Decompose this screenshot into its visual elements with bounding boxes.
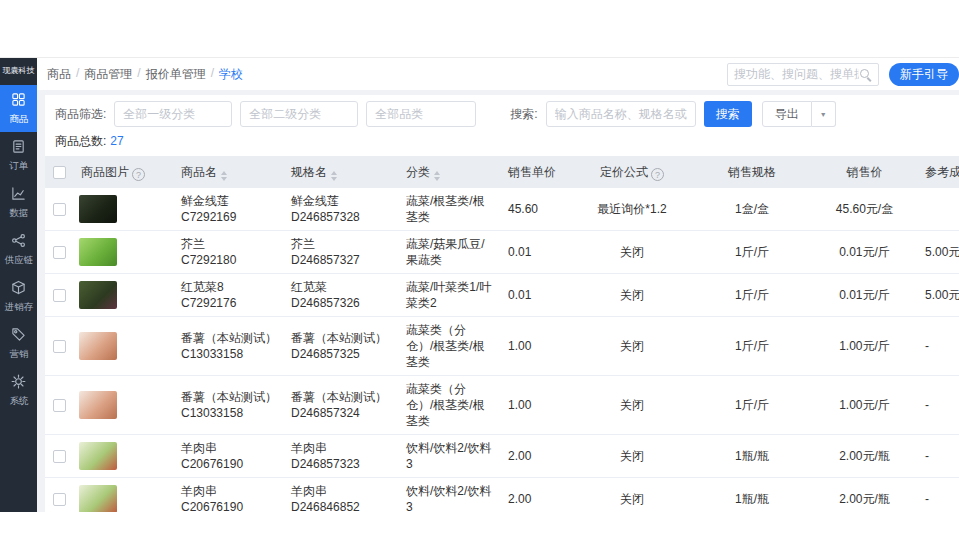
spec-code: D246857325 [291, 346, 390, 362]
sidebar-item-supply-chain[interactable]: 供应链 [0, 226, 37, 273]
ref-cost-cell: - [917, 478, 959, 513]
row-checkbox[interactable] [53, 493, 66, 506]
category-cell: 蔬菜类（分仓）/根茎类/根茎类 [398, 376, 500, 435]
spec-name-cell: 红苋菜 D246857326 [283, 274, 398, 317]
row-checkbox[interactable] [53, 246, 66, 259]
search-icon[interactable] [859, 68, 872, 81]
row-checkbox[interactable] [53, 289, 66, 302]
product-name-cell: 芥兰 C7292180 [173, 231, 283, 274]
spec-name: 鲜金线莲 [291, 193, 390, 209]
global-search-input[interactable] [734, 67, 859, 81]
sidebar: 现囊科技 商品 订单 数据 供应链 进销存 营销 系统 [0, 58, 37, 512]
sidebar-item-label: 系统 [9, 394, 28, 407]
sidebar-item-products[interactable]: 商品 [0, 85, 37, 132]
col-header-label: 规格名 [291, 165, 327, 179]
product-photo[interactable] [79, 238, 117, 266]
pricing-formula-cell: 关闭 [572, 478, 692, 513]
app-window: 现囊科技 商品 订单 数据 供应链 进销存 营销 系统 [0, 57, 959, 512]
export-dropdown-button[interactable]: ▼ [812, 101, 836, 127]
sidebar-item-label: 营销 [9, 347, 28, 360]
product-name: 羊肉串 [181, 483, 275, 499]
sale-spec-cell: 1斤/斤 [692, 317, 812, 376]
category-level3-select[interactable]: 全部品类 [366, 101, 476, 127]
sidebar-item-orders[interactable]: 订单 [0, 132, 37, 179]
sidebar-item-label: 商品 [9, 112, 28, 125]
col-header-category[interactable]: 分类 [398, 156, 500, 188]
total-label: 商品总数: [55, 134, 106, 148]
filter-row: 商品筛选: 全部一级分类 全部二级分类 全部品类 搜索: 搜索 导出 ▼ [45, 95, 959, 133]
spec-code: D246857327 [291, 252, 390, 268]
row-checkbox[interactable] [53, 450, 66, 463]
newbie-guide-button[interactable]: 新手引导 [889, 63, 959, 86]
breadcrumb-item-products[interactable]: 商品 [47, 66, 71, 83]
product-name-cell: 羊肉串 C20676190 [173, 435, 283, 478]
spec-name: 番薯（本站测试） [291, 389, 390, 405]
help-icon[interactable]: ? [651, 168, 664, 181]
sale-price-cell: 1.00元/斤 [812, 317, 917, 376]
sidebar-item-system[interactable]: 系统 [0, 367, 37, 414]
col-header-sale-price: 销售价 [812, 156, 917, 188]
spec-name-cell: 羊肉串 D246857323 [283, 435, 398, 478]
product-name: 芥兰 [181, 236, 275, 252]
topbar-right: 新手引导 [727, 63, 959, 86]
category-level2-select[interactable]: 全部二级分类 [240, 101, 358, 127]
pricing-formula-cell: 最近询价*1.2 [572, 188, 692, 231]
select-all-cell[interactable] [45, 156, 73, 188]
sale-spec-cell: 1斤/斤 [692, 231, 812, 274]
product-photo[interactable] [79, 485, 117, 512]
product-photo[interactable] [79, 391, 117, 419]
spec-code: D246857324 [291, 405, 390, 421]
row-checkbox[interactable] [53, 340, 66, 353]
breadcrumb-item-current[interactable]: 学校 [219, 66, 243, 83]
row-checkbox[interactable] [53, 203, 66, 216]
global-search-box[interactable] [727, 63, 879, 86]
col-header-ref-cost: 参考成 [917, 156, 959, 188]
row-checkbox[interactable] [53, 399, 66, 412]
sidebar-item-marketing[interactable]: 营销 [0, 320, 37, 367]
sort-icon[interactable] [221, 171, 227, 181]
export-button[interactable]: 导出 [762, 101, 812, 127]
col-header-spec-name[interactable]: 规格名 [283, 156, 398, 188]
help-icon[interactable]: ? [132, 168, 145, 181]
category-level1-select[interactable]: 全部一级分类 [114, 101, 232, 127]
product-photo[interactable] [79, 281, 117, 309]
content-card: 商品筛选: 全部一级分类 全部二级分类 全部品类 搜索: 搜索 导出 ▼ 商品总… [45, 95, 959, 512]
product-photo[interactable] [79, 442, 117, 470]
product-code: C7292169 [181, 209, 275, 225]
table-row: 鲜金线莲 C7292169 鲜金线莲 D246857328 蔬菜/根茎类/根茎类… [45, 188, 959, 231]
table-body: 鲜金线莲 C7292169 鲜金线莲 D246857328 蔬菜/根茎类/根茎类… [45, 188, 959, 512]
spec-name-cell: 番薯（本站测试） D246857325 [283, 317, 398, 376]
product-search-input[interactable] [546, 101, 696, 127]
unit-price-cell: 0.01 [500, 274, 572, 317]
breadcrumb-separator: / [76, 66, 79, 83]
search-label: 搜索: [510, 106, 537, 123]
app-logo: 现囊科技 [0, 58, 37, 85]
spec-name-cell: 羊肉串 D246846852 [283, 478, 398, 513]
breadcrumb-item-quotation-management[interactable]: 报价单管理 [146, 66, 206, 83]
export-split-button: 导出 ▼ [762, 101, 836, 127]
unit-price-cell: 2.00 [500, 478, 572, 513]
product-name: 鲜金线莲 [181, 193, 275, 209]
sidebar-item-data[interactable]: 数据 [0, 179, 37, 226]
col-header-product-name[interactable]: 商品名 [173, 156, 283, 188]
pricing-formula-cell: 关闭 [572, 435, 692, 478]
search-button[interactable]: 搜索 [704, 101, 752, 127]
system-icon [11, 374, 26, 391]
sidebar-item-inventory[interactable]: 进销存 [0, 273, 37, 320]
breadcrumb-item-product-management[interactable]: 商品管理 [84, 66, 132, 83]
topbar: 商品 / 商品管理 / 报价单管理 / 学校 新手引导 [37, 58, 959, 90]
orders-icon [11, 139, 26, 156]
sort-icon[interactable] [331, 171, 337, 181]
sort-icon[interactable] [434, 171, 440, 181]
category-cell: 饮料/饮料2/饮料3 [398, 478, 500, 513]
sidebar-item-label: 订单 [9, 159, 28, 172]
product-photo[interactable] [79, 195, 117, 223]
main-area: 商品 / 商品管理 / 报价单管理 / 学校 新手引导 商品筛选: 全部一级分类 [37, 58, 959, 512]
sale-price-cell: 0.01元/斤 [812, 274, 917, 317]
product-photo[interactable] [79, 332, 117, 360]
products-table: 商品图片? 商品名 规格名 分类 销售单价 定价公式? 销售规格 销售价 参考成 [45, 156, 959, 512]
col-header-sale-spec: 销售规格 [692, 156, 812, 188]
select-all-checkbox[interactable] [53, 166, 66, 179]
product-code: C20676190 [181, 456, 275, 472]
spec-name: 番薯（本站测试） [291, 330, 390, 346]
